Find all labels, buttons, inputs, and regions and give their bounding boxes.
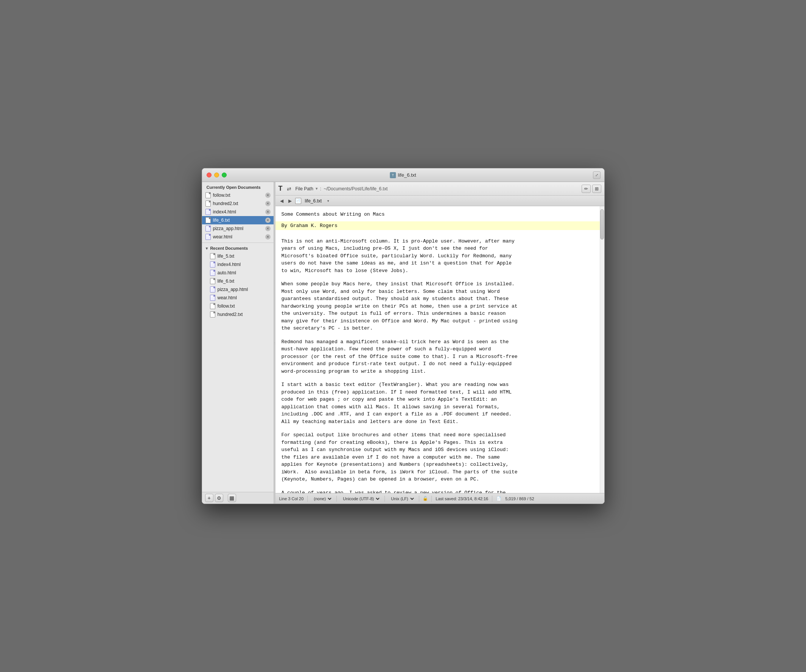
editor-para5: For special output like brochures and ot… [282, 431, 598, 483]
close-button[interactable] [206, 173, 211, 177]
recent-item-hundred2[interactable]: hundred2.txt [202, 310, 274, 319]
sidebar-item-life6-txt[interactable]: life_6.txt ✕ [202, 216, 274, 225]
status-divider [336, 496, 337, 502]
minimize-button[interactable] [214, 173, 219, 177]
main-toolbar: T ⇄ File Path ▾ : ~/Documents/Post/Life/… [276, 182, 604, 196]
encoding-select[interactable]: Unicode (UTF-8) [340, 496, 381, 501]
sidebar-item-wear-html[interactable]: wear.html ✕ [202, 233, 274, 241]
editor-para4: I start with a basic text editor (TextWr… [282, 381, 598, 425]
recent-item-label: follow.txt [218, 304, 235, 309]
close-doc-button[interactable]: ✕ [265, 193, 271, 198]
sidebar-item-label: index4.html [213, 209, 265, 215]
recent-item-label: index4.html [218, 262, 241, 267]
editor-para2: When some people buy Macs here, they ins… [282, 281, 598, 332]
recent-item-label: life_6.txt [218, 279, 235, 284]
html-icon [210, 286, 216, 292]
sidebar-item-follow-txt[interactable]: follow.txt ✕ [202, 191, 274, 200]
last-saved-status: Last saved: 23/3/14, 8:42:16 [436, 497, 488, 501]
recent-item-follow[interactable]: follow.txt [202, 302, 274, 310]
html-icon [205, 226, 211, 231]
language-select[interactable]: (none) [311, 496, 333, 501]
recent-item-index4[interactable]: index4.html [202, 260, 274, 269]
close-doc-button[interactable]: ✕ [265, 218, 271, 223]
add-doc-button[interactable]: + [205, 494, 213, 502]
recent-item-label: wear.html [218, 295, 237, 301]
line-ending-select[interactable]: Unix (LF) [389, 496, 415, 501]
collapse-button[interactable]: ⤢ [593, 172, 601, 179]
scrollbar-track[interactable] [600, 206, 604, 493]
html-icon [210, 295, 216, 301]
maximize-button[interactable] [222, 173, 227, 177]
title-bar: T life_6.txt ⤢ [202, 168, 604, 182]
doc-icon [210, 303, 216, 309]
sidebar-item-pizza-app-html[interactable]: pizza_app.html ✕ [202, 225, 274, 233]
sidebar: Currently Open Documents follow.txt ✕ hu… [202, 182, 274, 504]
editor-para6: A couple of years ago, I was asked to re… [282, 489, 598, 494]
html-icon [205, 209, 211, 215]
sidebar-divider [202, 243, 274, 243]
view-button[interactable]: ▦ [228, 494, 236, 502]
recent-item-pizza[interactable]: pizza_app.html [202, 285, 274, 294]
sidebar-item-label: follow.txt [213, 193, 265, 198]
recent-docs-header[interactable]: ▼ Recent Documents [202, 244, 274, 252]
editor-highlighted-line: By Graham K. Rogers [276, 221, 604, 230]
doc-icon [205, 192, 211, 198]
text-icon-button[interactable]: T [279, 185, 282, 193]
doc-icon [205, 201, 211, 206]
tab-label[interactable]: life_6.txt [303, 198, 324, 203]
window-title-text: life_6.txt [398, 172, 416, 178]
sidebar-item-label: wear.html [213, 234, 265, 239]
tab-prev-button[interactable]: ◀ [279, 198, 285, 204]
recent-arrow-icon: ▼ [205, 246, 209, 251]
close-doc-button[interactable]: ✕ [265, 226, 271, 231]
sidebar-item-label-active: life_6.txt [213, 218, 265, 223]
recent-item-life5[interactable]: life_5.txt [202, 252, 274, 260]
main-content: Currently Open Documents follow.txt ✕ hu… [202, 182, 604, 504]
close-doc-button[interactable]: ✕ [265, 209, 271, 215]
close-doc-button[interactable]: ✕ [265, 234, 271, 239]
doc-icon [205, 217, 211, 223]
colon-separator: : [320, 186, 321, 192]
tab-dropdown-button[interactable]: ▾ [325, 198, 331, 203]
app-window: T life_6.txt ⤢ Currently Open Documents … [202, 168, 604, 504]
status-bar: Line 3 Col 20 (none) Unicode (UTF-8) Uni… [276, 493, 604, 504]
html-icon [210, 270, 216, 276]
file-path-value: ~/Documents/Post/Life/life_6.txt [324, 186, 388, 192]
line-col-status: Line 3 Col 20 [279, 497, 304, 501]
recent-item-label: life_5.txt [218, 254, 235, 259]
status-divider [431, 496, 432, 502]
doc-stats-icon: 📄 [496, 496, 501, 501]
pencil-button[interactable]: ✏ [581, 185, 591, 193]
settings-button[interactable]: ⚙ [215, 494, 223, 502]
toolbar-right-actions: ✏ ⊞ [581, 185, 601, 193]
recent-item-auto[interactable]: auto.html [202, 269, 274, 277]
status-divider [419, 496, 419, 502]
scrollbar-thumb[interactable] [600, 209, 604, 239]
html-icon [210, 261, 216, 267]
recent-item-label: hundred2.txt [218, 312, 243, 317]
status-divider [492, 496, 492, 502]
recent-docs-label: Recent Documents [210, 246, 248, 251]
grid-button[interactable]: ⊞ [592, 185, 601, 193]
editor-para1: This is not an anti-Microsoft column. It… [282, 238, 598, 275]
sidebar-item-hundred2-txt[interactable]: hundred2.txt ✕ [202, 200, 274, 208]
editor-para3: Redmond has managed a magnificent snake-… [282, 338, 598, 375]
status-divider [307, 496, 308, 502]
recent-item-wear[interactable]: wear.html [202, 294, 274, 302]
doc-icon [210, 311, 216, 317]
sidebar-item-label: hundred2.txt [213, 201, 265, 206]
recent-item-life6[interactable]: life_6.txt [202, 277, 274, 285]
traffic-lights [206, 173, 227, 177]
tab-next-button[interactable]: ▶ [287, 198, 294, 204]
doc-icon [210, 253, 216, 259]
tab-doc-icon: 📄 [295, 198, 301, 204]
sidebar-item-index4-html[interactable]: index4.html ✕ [202, 208, 274, 216]
window-icon: T [390, 172, 396, 178]
doc-icon [210, 278, 216, 284]
sidebar-toolbar: + ⚙ ▦ [202, 492, 274, 504]
file-path-label: File Path [296, 186, 313, 192]
close-doc-button[interactable]: ✕ [265, 201, 271, 206]
editor-area[interactable]: Some Comments about Writing on Macs By G… [276, 206, 604, 493]
tab-bar: ◀ ▶ 📄 life_6.txt ▾ [276, 196, 604, 206]
sync-button[interactable]: ⇄ [285, 185, 293, 193]
